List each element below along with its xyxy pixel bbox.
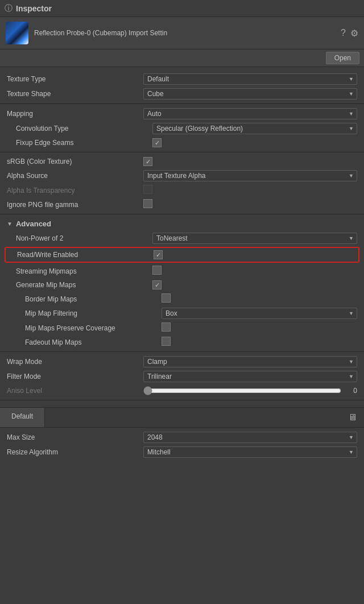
settings-icon[interactable]: ⚙ <box>350 28 358 39</box>
aniso-level-slider[interactable] <box>143 387 341 395</box>
border-mip-maps-value <box>162 293 357 304</box>
mip-map-filtering-row: Mip Map Filtering Box <box>0 306 364 321</box>
advanced-triangle-icon: ▼ <box>7 221 13 227</box>
texture-type-label: Texture Type <box>7 75 143 83</box>
divider-2 <box>0 152 364 152</box>
inspector-title: Inspector <box>16 4 52 13</box>
wrap-mode-dropdown[interactable]: Clamp <box>143 356 357 367</box>
non-power-of-2-label: Non-Power of 2 <box>16 234 152 242</box>
texture-shape-dropdown[interactable]: Cube <box>143 88 357 100</box>
mapping-label: Mapping <box>7 110 143 118</box>
wrap-mode-dropdown-wrap: Clamp <box>143 356 357 367</box>
srgb-row: sRGB (Color Texture) <box>0 155 364 168</box>
texture-type-dropdown[interactable]: Default <box>143 73 357 85</box>
mapping-dropdown[interactable]: Auto <box>143 108 357 119</box>
read-write-row: Read/Write Enabled <box>6 248 358 262</box>
open-button-row: Open <box>0 49 364 67</box>
streaming-mipmaps-label: Streaming Mipmaps <box>16 267 152 275</box>
mip-maps-preserve-row: Mip Maps Preserve Coverage <box>0 321 364 335</box>
info-icon: ⓘ <box>5 3 13 14</box>
generate-mip-maps-checkbox[interactable] <box>152 280 162 289</box>
resize-algorithm-dropdown[interactable]: Mitchell <box>143 446 357 458</box>
max-size-label: Max Size <box>7 433 143 441</box>
read-write-value <box>154 250 351 260</box>
max-size-row: Max Size 2048 <box>0 430 364 445</box>
alpha-is-transparency-value <box>143 185 357 196</box>
non-power-of-2-dropdown[interactable]: ToNearest <box>152 233 357 244</box>
help-icon[interactable]: ? <box>341 28 346 38</box>
bottom-content: Max Size 2048 Resize Algorithm Mitchell <box>0 428 364 462</box>
filter-mode-label: Filter Mode <box>7 373 143 380</box>
max-size-dropdown[interactable]: 2048 <box>143 432 357 443</box>
main-content: Texture Type Default Texture Shape Cube … <box>0 67 364 407</box>
read-write-checkbox[interactable] <box>154 250 163 259</box>
divider-1 <box>0 104 364 104</box>
wrap-mode-row: Wrap Mode Clamp <box>0 354 364 369</box>
resize-algorithm-row: Resize Algorithm Mitchell <box>0 445 364 460</box>
convolution-type-dropdown[interactable]: Specular (Glossy Reflection) <box>152 123 357 134</box>
srgb-value <box>143 157 357 167</box>
mip-map-filtering-label: Mip Map Filtering <box>25 309 162 317</box>
read-write-label: Read/Write Enabled <box>17 251 154 259</box>
ignore-png-row: Ignore PNG file gamma <box>0 197 364 212</box>
texture-shape-row: Texture Shape Cube <box>0 86 364 101</box>
generate-mip-maps-label: Generate Mip Maps <box>16 281 152 289</box>
filter-mode-dropdown[interactable]: Trilinear <box>143 371 357 382</box>
non-power-of-2-row: Non-Power of 2 ToNearest <box>0 231 364 246</box>
srgb-label: sRGB (Color Texture) <box>7 158 143 166</box>
resize-algorithm-dropdown-wrap: Mitchell <box>143 446 357 458</box>
streaming-mipmaps-checkbox[interactable] <box>152 266 162 275</box>
srgb-checkbox[interactable] <box>143 157 152 166</box>
alpha-source-label: Alpha Source <box>7 172 143 180</box>
asset-icons: ? ⚙ <box>341 28 358 39</box>
fixup-edge-seams-row: Fixup Edge Seams <box>0 136 364 150</box>
streaming-mipmaps-value <box>152 266 357 276</box>
mapping-row: Mapping Auto <box>0 106 364 121</box>
asset-title: Reflection Probe-0 (Cubemap) Import Sett… <box>34 29 341 37</box>
resize-algorithm-label: Resize Algorithm <box>7 448 143 456</box>
alpha-is-transparency-checkbox[interactable] <box>143 185 152 194</box>
default-tab[interactable]: Default <box>0 408 45 427</box>
non-power-of-2-dropdown-wrap: ToNearest <box>152 233 357 244</box>
fadeout-mip-maps-checkbox[interactable] <box>162 337 171 346</box>
alpha-source-row: Alpha Source Input Texture Alpha <box>0 168 364 183</box>
mip-maps-preserve-label: Mip Maps Preserve Coverage <box>25 324 162 332</box>
wrap-mode-label: Wrap Mode <box>7 358 143 366</box>
border-mip-maps-row: Border Mip Maps <box>0 292 364 306</box>
filter-mode-row: Filter Mode Trilinear <box>0 369 364 384</box>
fixup-edge-seams-value <box>152 138 357 148</box>
tab-bar: Default 🖥 <box>0 407 364 428</box>
fadeout-mip-maps-label: Fadeout Mip Maps <box>25 338 162 346</box>
monitor-icon[interactable]: 🖥 <box>341 408 364 427</box>
alpha-source-dropdown-wrap: Input Texture Alpha <box>143 170 357 181</box>
convolution-type-dropdown-wrap: Specular (Glossy Reflection) <box>152 123 357 134</box>
asset-thumbnail <box>6 22 28 44</box>
fixup-edge-seams-checkbox[interactable] <box>152 138 162 147</box>
generate-mip-maps-value <box>152 280 357 290</box>
ignore-png-checkbox[interactable] <box>143 199 152 208</box>
texture-type-dropdown-wrap: Default <box>143 73 357 85</box>
advanced-section-label: Advanced <box>16 220 51 228</box>
texture-shape-dropdown-wrap: Cube <box>143 88 357 100</box>
divider-3 <box>0 214 364 214</box>
advanced-section-header[interactable]: ▼ Advanced <box>0 217 364 231</box>
max-size-dropdown-wrap: 2048 <box>143 432 357 443</box>
open-button[interactable]: Open <box>326 52 359 64</box>
streaming-mipmaps-row: Streaming Mipmaps <box>0 264 364 278</box>
mip-maps-preserve-checkbox[interactable] <box>162 322 171 332</box>
generate-mip-maps-row: Generate Mip Maps <box>0 278 364 292</box>
aniso-level-value: 0 <box>346 387 357 395</box>
mip-maps-preserve-value <box>162 322 357 333</box>
mip-map-filtering-dropdown-wrap: Box <box>162 308 357 319</box>
aniso-level-slider-wrap: 0 <box>143 387 357 395</box>
fixup-edge-seams-label: Fixup Edge Seams <box>16 139 152 147</box>
mip-map-filtering-dropdown[interactable]: Box <box>162 308 357 319</box>
texture-shape-label: Texture Shape <box>7 90 143 98</box>
divider-4 <box>0 351 364 352</box>
ignore-png-value <box>143 199 357 210</box>
alpha-source-dropdown[interactable]: Input Texture Alpha <box>143 170 357 181</box>
alpha-is-transparency-row: Alpha Is Transparency <box>0 183 364 197</box>
border-mip-maps-checkbox[interactable] <box>162 293 171 303</box>
fadeout-mip-maps-value <box>162 337 357 347</box>
aniso-level-label: Aniso Level <box>7 387 143 395</box>
